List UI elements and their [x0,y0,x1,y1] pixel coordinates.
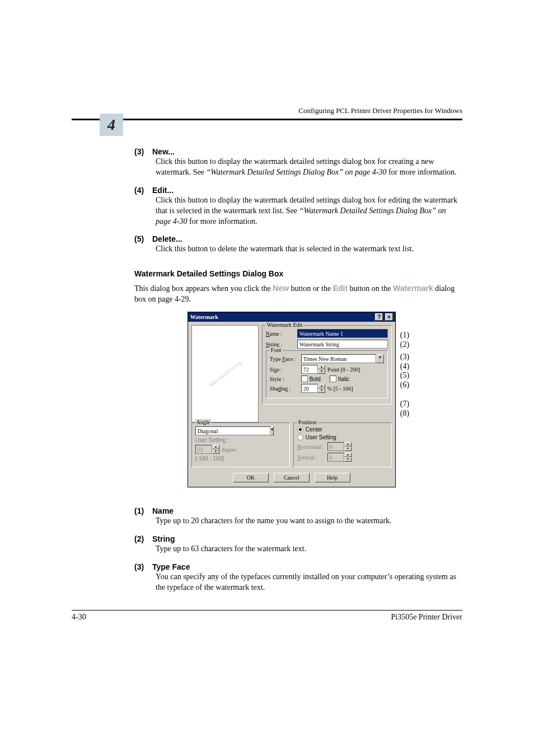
angle-user-hint: degree [222,447,237,453]
horizontal-label: Horizontal : [297,444,327,450]
item-number: (5) [134,234,152,243]
driver-name: Pi3505e Printer Driver [391,613,462,622]
size-spinner[interactable]: ▴▾ [318,365,325,374]
angle-user-label: User Setting : [195,437,229,443]
item-title: Name [152,506,174,515]
angle-group: Angle ▾ User Setting : ▴▾ [191,422,290,467]
callout-3: (3) [400,353,409,362]
user-setting-label: User Setting [306,434,336,440]
chevron-down-icon[interactable]: ▾ [376,354,384,363]
typeface-select[interactable] [301,354,376,363]
intro-paragraph: This dialog box appears when you click t… [134,284,462,305]
bold-checkbox[interactable] [301,375,308,382]
item-number: (1) [134,506,152,515]
callout-4: (4) [400,362,409,372]
item-title: New... [152,147,175,156]
item-3-new: (3)New... Click this button to display t… [134,147,462,178]
watermark-dialog: Watermark ? × Watermark String [188,312,396,487]
font-group: Font Type Face : ▾ [266,350,388,398]
item-5-delete: (5)Delete... Click this button to delete… [134,234,462,255]
vertical-input [327,453,344,462]
cancel-button[interactable]: Cancel [274,473,310,482]
name-input[interactable] [297,329,388,338]
chapter-number-tab: 4 [100,114,123,136]
italic-label: Italic [338,376,350,382]
angle-select[interactable] [195,426,270,435]
item-title: Edit... [152,186,174,195]
angle-user-input [195,445,212,454]
item-3-typeface: (3)Type Face You can specify any of the … [134,562,462,593]
dialog-title-text: Watermark [190,314,218,320]
page-number: 4-30 [72,613,86,622]
size-input[interactable] [301,365,318,374]
dialog-titlebar[interactable]: Watermark ? × [188,312,395,322]
group-label: Font [270,347,282,353]
string-input[interactable] [297,340,388,349]
center-radio[interactable] [297,426,303,433]
horizontal-input [327,442,344,451]
callout-7: (7) [400,400,409,409]
item-title: Type Face [152,562,190,571]
shading-label: Shading : [270,386,301,392]
string-label: String : [266,341,297,348]
position-group: Position Center User Setting Horizontal … [293,422,392,467]
italic-checkbox[interactable] [330,375,336,382]
item-title: Delete... [152,234,182,243]
callout-5: (5) [400,371,409,381]
section-heading: Watermark Detailed Settings Dialog Box [134,269,462,278]
ok-button[interactable]: OK [233,473,269,482]
vertical-label: Vertical : [297,454,327,461]
watermark-ref: Watermark [393,284,433,293]
angle-range: [-180 - 180] [195,456,224,462]
watermark-preview: Watermark String [191,325,259,422]
shading-input[interactable] [301,384,318,393]
angle-spinner: ▴▾ [212,445,219,454]
item-title: String [152,534,175,543]
group-label: Watermark Edit [266,322,303,328]
item-2-string: (2)String Type up to 63 characters for t… [134,534,462,555]
item-1-name: (1)Name Type up to 20 characters for the… [134,506,462,527]
shading-spinner[interactable]: ▴▾ [318,384,325,393]
item-number: (2) [134,534,152,543]
center-label: Center [306,426,322,433]
page-footer: 4-30 Pi3505e Printer Driver [72,610,462,622]
size-hint: Point [8 - 200] [327,367,360,373]
close-icon[interactable]: × [385,313,393,321]
help-button[interactable]: Help [315,473,350,482]
item-number: (3) [134,147,152,156]
callout-6: (6) [400,381,409,390]
chapter-number: 4 [107,116,115,133]
chevron-down-icon[interactable]: ▾ [270,426,274,435]
callout-1: (1) [400,331,409,340]
shading-hint: % [5 - 100] [327,386,353,392]
preview-text: Watermark String [207,359,242,388]
running-header: Configuring PCL Printer Driver Propertie… [72,106,462,120]
new-button-ref: New [273,284,289,293]
group-label: Position [297,419,318,425]
item-number: (3) [134,562,152,571]
help-icon[interactable]: ? [375,313,383,321]
callout-2: (2) [400,340,409,350]
callout-8: (8) [400,409,409,419]
typeface-label: Type Face : [270,356,301,362]
name-label: Name : [266,331,297,337]
vertical-spinner: ▴▾ [344,453,352,462]
callout-labels: (1) (2) (3) (4) (5) (6) (7) (8) [400,312,409,487]
item-number: (4) [134,186,152,195]
edit-button-ref: Edit [333,284,348,293]
user-setting-radio[interactable] [297,434,303,440]
horizontal-spinner: ▴▾ [344,442,352,451]
style-label: Style : [270,376,301,382]
item-4-edit: (4)Edit... Click this button to display … [134,186,462,227]
group-label: Angle [195,419,211,425]
watermark-edit-group: Watermark Edit Name : String : [262,325,392,405]
size-label: Size : [270,367,301,373]
bold-label: Bold [310,376,321,382]
